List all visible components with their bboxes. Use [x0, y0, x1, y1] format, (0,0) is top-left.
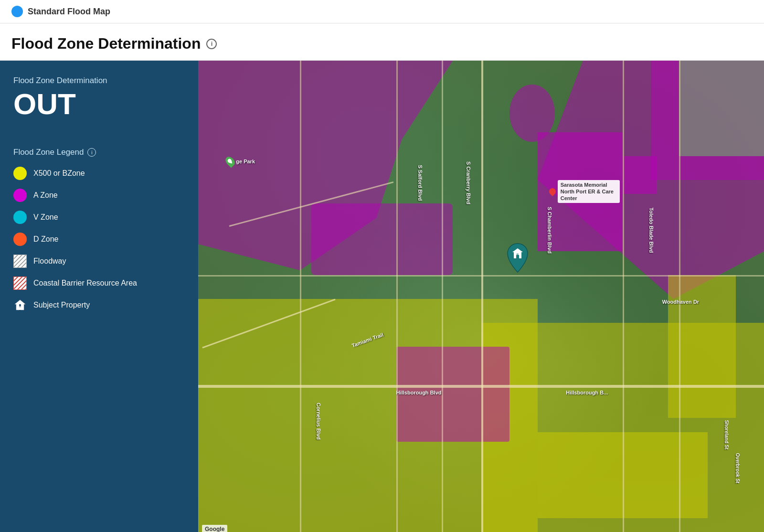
- flood-zone-yellow-3: [668, 275, 736, 418]
- subject-label: Subject Property: [33, 301, 90, 309]
- road-label-hillsborough-2: Hillsborough B...: [566, 390, 608, 395]
- determination-value: OUT: [13, 89, 185, 119]
- x500-color-swatch: [13, 167, 27, 180]
- road-label-overbrook: Overbrook St: [735, 453, 740, 483]
- coastal-label: Coastal Barrier Resource Area: [33, 279, 137, 287]
- road-toledo-v: [623, 61, 624, 532]
- top-bar-title: Standard Flood Map: [28, 7, 110, 17]
- road-extra-v: [679, 61, 680, 532]
- map-icon: [11, 6, 23, 17]
- road-label-cranberry: S Cranberry Blvd: [466, 161, 471, 204]
- dzone-color-swatch: [13, 233, 27, 246]
- road-label-hillsborough: Hillsborough Blvd: [396, 390, 442, 395]
- section-header: Flood Zone Determination i: [0, 23, 764, 61]
- vzone-label: V Zone: [33, 213, 58, 222]
- map-container[interactable]: Hillsborough Blvd Hillsborough B... S Ch…: [198, 61, 764, 532]
- svg-text:S: S: [19, 304, 21, 307]
- legend-title-row: Flood Zone Legend i: [13, 148, 185, 157]
- legend-item-floodway: Floodway: [13, 255, 185, 268]
- main-content: Flood Zone Determination OUT Flood Zone …: [0, 61, 764, 532]
- coastal-pattern-swatch: [13, 277, 27, 290]
- flood-patch-5: [679, 61, 764, 156]
- x500-label: X500 or BZone: [33, 169, 85, 178]
- section-title-row: Flood Zone Determination i: [11, 35, 753, 53]
- road-label-woodhaven: Woodhaven Dr: [662, 299, 699, 305]
- legend-item-vzone: V Zone: [13, 211, 185, 224]
- road-chamberlin-v: [481, 61, 483, 532]
- legend-item-x500: X500 or BZone: [13, 167, 185, 180]
- legend-item-azone: A Zone: [13, 189, 185, 202]
- svg-text:S: S: [516, 253, 519, 257]
- legend-title-text: Flood Zone Legend: [13, 148, 84, 157]
- dzone-label: D Zone: [33, 235, 58, 244]
- subject-property-marker: S: [504, 242, 531, 276]
- road-label-shoreland: Shoreland St: [724, 420, 729, 450]
- azone-color-swatch: [13, 189, 27, 202]
- hospital-label-text: Sarasota Memorial North Port ER & Care C…: [558, 180, 620, 203]
- top-bar: Standard Flood Map: [0, 0, 764, 23]
- park-label-text: ge Park: [236, 159, 255, 164]
- legend-item-subject: S Subject Property: [13, 298, 185, 312]
- svg-rect-0: [19, 307, 21, 310]
- legend-item-coastal: Coastal Barrier Resource Area: [13, 277, 185, 290]
- road-label-chamberlin: S Chamberlin Blvd: [547, 207, 552, 254]
- floodway-label: Floodway: [33, 257, 66, 266]
- legend-item-dzone: D Zone: [13, 233, 185, 246]
- road-cranberry-v: [396, 61, 398, 532]
- subject-house-icon: S: [13, 298, 27, 312]
- road-label-toledo: Toledo Blade Blvd: [648, 208, 654, 253]
- road-salford-v: [442, 61, 443, 532]
- hospital-pin-icon: [548, 187, 557, 196]
- determination-label: Flood Zone Determination: [13, 76, 185, 85]
- sidebar: Flood Zone Determination OUT Flood Zone …: [0, 61, 198, 532]
- flood-zone-info-icon[interactable]: i: [206, 39, 217, 49]
- legend-info-icon[interactable]: i: [87, 148, 96, 157]
- flood-zone-magenta-3: [311, 203, 453, 275]
- vzone-color-swatch: [13, 211, 27, 224]
- google-attribution: Google: [202, 525, 227, 532]
- road-cornelius-v: [300, 61, 301, 532]
- road-label-salford: S Salford Blvd: [417, 165, 423, 201]
- legend-items: X500 or BZone A Zone V Zone D Zone Flood…: [13, 167, 185, 312]
- flood-patch-1: [509, 85, 555, 142]
- section-title-text: Flood Zone Determination: [11, 35, 201, 53]
- road-label-cornelius: Cornelius Blvd: [316, 403, 321, 440]
- floodway-pattern-swatch: [13, 255, 27, 268]
- azone-label: A Zone: [33, 191, 58, 200]
- hospital-poi: Sarasota Memorial North Port ER & Care C…: [549, 180, 620, 203]
- park-marker: ge Park: [226, 156, 255, 167]
